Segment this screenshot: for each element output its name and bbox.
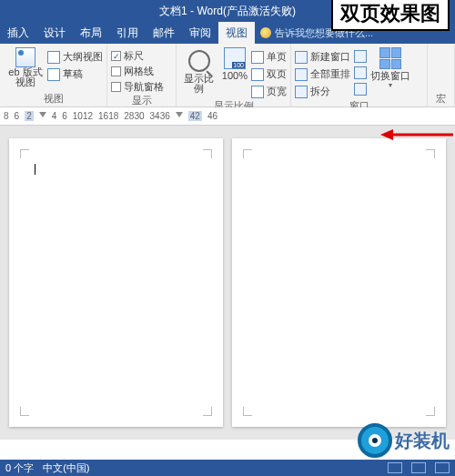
draft-view-button[interactable]: 草稿 bbox=[47, 66, 103, 82]
hundred-button[interactable]: 100% bbox=[218, 46, 251, 83]
new-window-icon bbox=[295, 51, 308, 64]
crop-mark-icon bbox=[243, 149, 252, 158]
split-label: 拆分 bbox=[310, 85, 330, 98]
tab-layout[interactable]: 布局 bbox=[73, 22, 109, 44]
ruler-num: 3436 bbox=[150, 111, 170, 121]
crop-mark-icon bbox=[426, 407, 435, 416]
annotation-callout: 双页效果图 bbox=[331, 0, 450, 31]
ribbon: eb 版式视图 大纲视图 草稿 视图 ✓标尺 网格线 导航窗格 显 bbox=[0, 44, 455, 107]
ruler-label: 标尺 bbox=[124, 49, 144, 63]
ruler-checkbox[interactable]: ✓标尺 bbox=[111, 49, 164, 63]
side-by-side-button[interactable] bbox=[354, 49, 367, 64]
reset-icon bbox=[354, 83, 367, 96]
ruler-num: 4 bbox=[52, 111, 57, 121]
tab-design[interactable]: 设计 bbox=[36, 22, 73, 44]
split-button[interactable]: 拆分 bbox=[295, 84, 350, 99]
watermark: 好装机 bbox=[358, 423, 450, 458]
hundred-label: 100% bbox=[222, 71, 248, 81]
new-window-label: 新建窗口 bbox=[310, 50, 350, 64]
sync-scroll-button[interactable] bbox=[354, 66, 367, 80]
draft-icon bbox=[47, 68, 60, 81]
arrange-all-button[interactable]: 全部重排 bbox=[295, 66, 350, 82]
ruler-num: 1618 bbox=[98, 111, 118, 121]
switch-windows-label: 切换窗口 bbox=[370, 71, 410, 81]
zoom-label: 显示比例 bbox=[184, 74, 215, 94]
status-word-count[interactable]: 0 个字 bbox=[5, 461, 34, 475]
switch-windows-button[interactable]: 切换窗口 ▾ bbox=[367, 46, 414, 91]
ruler-num: 2830 bbox=[124, 111, 144, 121]
arrange-icon bbox=[295, 68, 308, 81]
read-mode-icon[interactable] bbox=[388, 462, 402, 473]
multi-page-icon bbox=[251, 68, 264, 81]
web-layout-label: eb 版式视图 bbox=[7, 67, 44, 87]
crop-mark-icon bbox=[203, 149, 212, 158]
single-page-button[interactable]: 单页 bbox=[251, 49, 287, 65]
web-layout-icon bbox=[15, 47, 35, 67]
tab-references[interactable]: 引用 bbox=[109, 22, 146, 44]
svg-marker-1 bbox=[380, 129, 393, 140]
outline-label: 大纲视图 bbox=[63, 50, 103, 64]
tab-insert[interactable]: 插入 bbox=[0, 22, 36, 44]
gridlines-checkbox[interactable]: 网格线 bbox=[111, 65, 164, 78]
checkbox-icon bbox=[111, 66, 121, 76]
navpane-label: 导航窗格 bbox=[124, 80, 164, 94]
annotation-arrow-icon bbox=[380, 126, 453, 144]
page-width-button[interactable]: 页宽 bbox=[251, 84, 287, 99]
page-2[interactable] bbox=[232, 138, 446, 427]
print-layout-icon[interactable] bbox=[411, 462, 426, 473]
sync-icon bbox=[354, 66, 367, 79]
ruler: 8 6 2 4 6 1012 1618 2830 3436 42 46 bbox=[0, 107, 455, 126]
group-window: 新建窗口 全部重排 拆分 切换窗口 ▾ 窗口 bbox=[291, 44, 428, 106]
group-views-label: 视图 bbox=[4, 92, 103, 106]
group-macros-label: 宏 bbox=[431, 92, 450, 106]
zoom-icon bbox=[188, 50, 210, 72]
switch-windows-icon bbox=[379, 47, 401, 69]
status-bar: 0 个字 中文(中国) bbox=[0, 460, 455, 476]
navpane-checkbox[interactable]: 导航窗格 bbox=[111, 80, 164, 94]
group-show-label: 显示 bbox=[111, 94, 172, 108]
single-page-label: 单页 bbox=[267, 50, 287, 64]
group-show: ✓标尺 网格线 导航窗格 显示 bbox=[107, 44, 177, 106]
arrange-label: 全部重排 bbox=[310, 67, 350, 81]
tab-review[interactable]: 审阅 bbox=[182, 22, 218, 44]
watermark-text: 好装机 bbox=[395, 429, 450, 453]
checkbox-checked-icon: ✓ bbox=[111, 51, 121, 61]
indent-marker-icon[interactable] bbox=[176, 112, 183, 121]
ruler-num: 46 bbox=[207, 111, 217, 121]
chevron-down-icon: ▾ bbox=[389, 81, 392, 89]
hundred-icon bbox=[224, 47, 246, 69]
group-zoom: 显示比例 100% 单页 双页 页宽 显示比例 bbox=[177, 44, 291, 106]
status-language[interactable]: 中文(中国) bbox=[43, 461, 89, 475]
page-1[interactable] bbox=[9, 138, 223, 427]
outline-view-button[interactable]: 大纲视图 bbox=[47, 49, 103, 65]
watermark-logo-icon bbox=[358, 423, 392, 458]
reset-position-button[interactable] bbox=[354, 82, 367, 96]
ruler-num: 1012 bbox=[73, 111, 93, 121]
new-window-button[interactable]: 新建窗口 bbox=[295, 49, 350, 65]
window-title: 文档1 - Word(产品激活失败) bbox=[159, 4, 296, 19]
crop-mark-icon bbox=[426, 149, 435, 158]
checkbox-icon bbox=[111, 82, 121, 92]
page-width-icon bbox=[251, 86, 264, 98]
ruler-num: 6 bbox=[62, 111, 67, 121]
web-layout-icon[interactable] bbox=[435, 462, 450, 473]
document-canvas[interactable] bbox=[0, 126, 455, 440]
tab-mailings[interactable]: 邮件 bbox=[146, 22, 182, 44]
side-icon bbox=[354, 50, 367, 63]
ruler-num: 6 bbox=[15, 111, 20, 121]
crop-mark-icon bbox=[243, 407, 252, 416]
ruler-num: 8 bbox=[4, 111, 9, 121]
tab-view[interactable]: 视图 bbox=[218, 22, 255, 44]
draft-label: 草稿 bbox=[63, 67, 83, 81]
indent-marker-icon[interactable] bbox=[39, 112, 46, 121]
zoom-button[interactable]: 显示比例 bbox=[180, 46, 218, 96]
gridlines-label: 网格线 bbox=[124, 65, 154, 78]
split-icon bbox=[295, 86, 308, 98]
ruler-num: 42 bbox=[188, 111, 202, 121]
multi-page-button[interactable]: 双页 bbox=[251, 66, 287, 82]
single-page-icon bbox=[251, 51, 264, 64]
web-layout-button[interactable]: eb 版式视图 bbox=[4, 46, 47, 89]
bulb-icon bbox=[260, 27, 271, 38]
crop-mark-icon bbox=[203, 407, 212, 416]
multi-page-label: 双页 bbox=[267, 67, 287, 81]
